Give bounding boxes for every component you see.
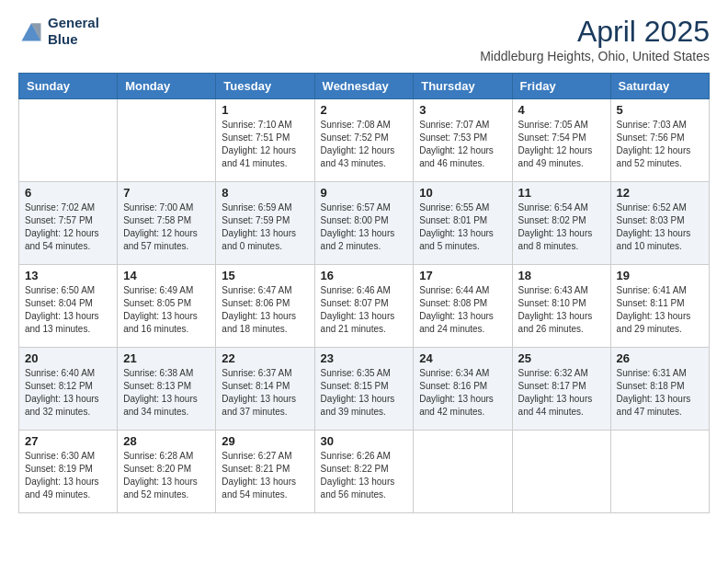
- cell-day-number: 8: [222, 186, 308, 200]
- cell-info: Sunrise: 6:54 AM Sunset: 8:02 PM Dayligh…: [518, 201, 605, 253]
- calendar-cell: [414, 431, 512, 513]
- calendar-cell: [512, 431, 610, 513]
- cell-day-number: 17: [419, 269, 506, 282]
- cell-info: Sunrise: 6:38 AM Sunset: 8:13 PM Dayligh…: [123, 367, 210, 419]
- cell-info: Sunrise: 6:41 AM Sunset: 8:11 PM Dayligh…: [617, 284, 703, 336]
- cell-info: Sunrise: 6:40 AM Sunset: 8:12 PM Dayligh…: [25, 367, 111, 419]
- cell-info: Sunrise: 6:55 AM Sunset: 8:01 PM Dayligh…: [419, 201, 506, 253]
- calendar-cell: 22Sunrise: 6:37 AM Sunset: 8:14 PM Dayli…: [216, 348, 314, 431]
- title-area: April 2025 Middleburg Heights, Ohio, Uni…: [480, 15, 710, 63]
- cell-day-number: 22: [222, 351, 308, 365]
- cell-info: Sunrise: 6:50 AM Sunset: 8:04 PM Dayligh…: [25, 284, 111, 336]
- cell-day-number: 14: [123, 269, 210, 282]
- logo: General Blue: [18, 15, 99, 48]
- calendar-cell: 12Sunrise: 6:52 AM Sunset: 8:03 PM Dayli…: [610, 182, 709, 265]
- cell-day-number: 15: [222, 269, 308, 282]
- day-header-thursday: Thursday: [414, 74, 512, 99]
- cell-day-number: 26: [617, 351, 703, 365]
- logo-text: General Blue: [48, 15, 99, 48]
- cell-day-number: 10: [419, 186, 506, 200]
- calendar-cell: 18Sunrise: 6:43 AM Sunset: 8:10 PM Dayli…: [512, 265, 610, 348]
- cell-info: Sunrise: 6:43 AM Sunset: 8:10 PM Dayligh…: [518, 284, 605, 336]
- calendar-cell: 17Sunrise: 6:44 AM Sunset: 8:08 PM Dayli…: [414, 265, 512, 348]
- calendar-cell: 25Sunrise: 6:32 AM Sunset: 8:17 PM Dayli…: [512, 348, 610, 431]
- cell-day-number: 11: [518, 186, 605, 200]
- cell-day-number: 19: [617, 269, 703, 282]
- cell-info: Sunrise: 6:26 AM Sunset: 8:22 PM Dayligh…: [321, 450, 408, 501]
- calendar-cell: 8Sunrise: 6:59 AM Sunset: 7:59 PM Daylig…: [216, 182, 314, 265]
- cell-info: Sunrise: 6:49 AM Sunset: 8:05 PM Dayligh…: [123, 284, 210, 336]
- calendar-cell: 4Sunrise: 7:05 AM Sunset: 7:54 PM Daylig…: [512, 99, 610, 182]
- cell-day-number: 27: [25, 434, 111, 448]
- calendar-cell: 6Sunrise: 7:02 AM Sunset: 7:57 PM Daylig…: [19, 182, 118, 265]
- cell-day-number: 23: [321, 351, 408, 365]
- cell-day-number: 2: [321, 103, 408, 117]
- calendar-cell: 24Sunrise: 6:34 AM Sunset: 8:16 PM Dayli…: [414, 348, 512, 431]
- cell-info: Sunrise: 7:10 AM Sunset: 7:51 PM Dayligh…: [222, 119, 308, 170]
- calendar-week-5: 27Sunrise: 6:30 AM Sunset: 8:19 PM Dayli…: [19, 431, 710, 513]
- calendar-cell: 21Sunrise: 6:38 AM Sunset: 8:13 PM Dayli…: [118, 348, 216, 431]
- cell-info: Sunrise: 6:44 AM Sunset: 8:08 PM Dayligh…: [419, 284, 506, 336]
- logo-icon: [18, 18, 44, 44]
- cell-info: Sunrise: 6:27 AM Sunset: 8:21 PM Dayligh…: [222, 450, 308, 501]
- calendar-cell: [610, 431, 709, 513]
- calendar-cell: 23Sunrise: 6:35 AM Sunset: 8:15 PM Dayli…: [314, 348, 414, 431]
- calendar-cell: 14Sunrise: 6:49 AM Sunset: 8:05 PM Dayli…: [118, 265, 216, 348]
- cell-day-number: 16: [321, 269, 408, 282]
- cell-info: Sunrise: 7:03 AM Sunset: 7:56 PM Dayligh…: [617, 119, 703, 170]
- calendar-cell: 5Sunrise: 7:03 AM Sunset: 7:56 PM Daylig…: [610, 99, 709, 182]
- cell-day-number: 30: [321, 434, 408, 448]
- cell-day-number: 28: [123, 434, 210, 448]
- cell-info: Sunrise: 6:32 AM Sunset: 8:17 PM Dayligh…: [518, 367, 605, 419]
- cell-info: Sunrise: 6:37 AM Sunset: 8:14 PM Dayligh…: [222, 367, 308, 419]
- cell-info: Sunrise: 6:52 AM Sunset: 8:03 PM Dayligh…: [617, 201, 703, 253]
- calendar-cell: 16Sunrise: 6:46 AM Sunset: 8:07 PM Dayli…: [314, 265, 414, 348]
- cell-day-number: 5: [617, 103, 703, 117]
- calendar-cell: 10Sunrise: 6:55 AM Sunset: 8:01 PM Dayli…: [414, 182, 512, 265]
- calendar-cell: 13Sunrise: 6:50 AM Sunset: 8:04 PM Dayli…: [19, 265, 118, 348]
- calendar-cell: 26Sunrise: 6:31 AM Sunset: 8:18 PM Dayli…: [610, 348, 709, 431]
- cell-day-number: 9: [321, 186, 408, 200]
- calendar-week-2: 6Sunrise: 7:02 AM Sunset: 7:57 PM Daylig…: [19, 182, 710, 265]
- cell-day-number: 7: [123, 186, 210, 200]
- calendar: SundayMondayTuesdayWednesdayThursdayFrid…: [18, 73, 710, 513]
- cell-day-number: 21: [123, 351, 210, 365]
- cell-info: Sunrise: 7:08 AM Sunset: 7:52 PM Dayligh…: [321, 119, 408, 170]
- cell-info: Sunrise: 6:46 AM Sunset: 8:07 PM Dayligh…: [321, 284, 408, 336]
- calendar-cell: 11Sunrise: 6:54 AM Sunset: 8:02 PM Dayli…: [512, 182, 610, 265]
- cell-info: Sunrise: 6:59 AM Sunset: 7:59 PM Dayligh…: [222, 201, 308, 253]
- calendar-cell: 7Sunrise: 7:00 AM Sunset: 7:58 PM Daylig…: [118, 182, 216, 265]
- cell-info: Sunrise: 6:35 AM Sunset: 8:15 PM Dayligh…: [321, 367, 408, 419]
- cell-info: Sunrise: 7:05 AM Sunset: 7:54 PM Dayligh…: [518, 119, 605, 170]
- calendar-header-row: SundayMondayTuesdayWednesdayThursdayFrid…: [19, 74, 710, 99]
- cell-day-number: 4: [518, 103, 605, 117]
- calendar-cell: 9Sunrise: 6:57 AM Sunset: 8:00 PM Daylig…: [314, 182, 414, 265]
- cell-info: Sunrise: 7:07 AM Sunset: 7:53 PM Dayligh…: [419, 119, 506, 170]
- cell-day-number: 25: [518, 351, 605, 365]
- cell-info: Sunrise: 7:00 AM Sunset: 7:58 PM Dayligh…: [123, 201, 210, 253]
- calendar-cell: 28Sunrise: 6:28 AM Sunset: 8:20 PM Dayli…: [118, 431, 216, 513]
- cell-info: Sunrise: 6:28 AM Sunset: 8:20 PM Dayligh…: [123, 450, 210, 501]
- day-header-sunday: Sunday: [19, 74, 118, 99]
- cell-day-number: 18: [518, 269, 605, 282]
- month-title: April 2025: [480, 15, 710, 49]
- calendar-cell: 3Sunrise: 7:07 AM Sunset: 7:53 PM Daylig…: [414, 99, 512, 182]
- cell-day-number: 3: [419, 103, 506, 117]
- cell-day-number: 6: [25, 186, 111, 200]
- calendar-cell: [118, 99, 216, 182]
- cell-info: Sunrise: 7:02 AM Sunset: 7:57 PM Dayligh…: [25, 201, 111, 253]
- cell-day-number: 29: [222, 434, 308, 448]
- cell-info: Sunrise: 6:34 AM Sunset: 8:16 PM Dayligh…: [419, 367, 506, 419]
- calendar-cell: 30Sunrise: 6:26 AM Sunset: 8:22 PM Dayli…: [314, 431, 414, 513]
- calendar-cell: 15Sunrise: 6:47 AM Sunset: 8:06 PM Dayli…: [216, 265, 314, 348]
- calendar-cell: 20Sunrise: 6:40 AM Sunset: 8:12 PM Dayli…: [19, 348, 118, 431]
- day-header-wednesday: Wednesday: [314, 74, 414, 99]
- cell-info: Sunrise: 6:47 AM Sunset: 8:06 PM Dayligh…: [222, 284, 308, 336]
- day-header-monday: Monday: [118, 74, 216, 99]
- calendar-cell: 29Sunrise: 6:27 AM Sunset: 8:21 PM Dayli…: [216, 431, 314, 513]
- day-header-saturday: Saturday: [610, 74, 709, 99]
- calendar-week-1: 1Sunrise: 7:10 AM Sunset: 7:51 PM Daylig…: [19, 99, 710, 182]
- cell-day-number: 24: [419, 351, 506, 365]
- cell-day-number: 13: [25, 269, 111, 282]
- calendar-cell: [19, 99, 118, 182]
